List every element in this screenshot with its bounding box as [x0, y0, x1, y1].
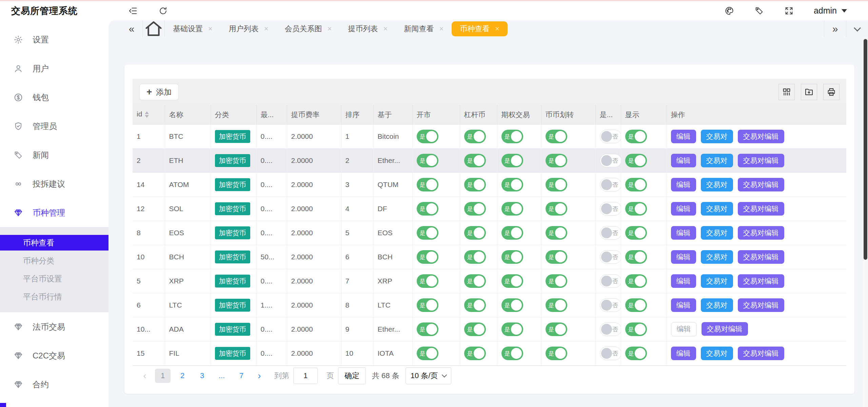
- sidebar-item[interactable]: 管理员: [0, 112, 108, 141]
- tag-icon[interactable]: [754, 6, 764, 16]
- toggle-switch-on[interactable]: 是: [625, 226, 647, 240]
- window-scrollbar[interactable]: [863, 37, 868, 407]
- tab-close-icon[interactable]: ×: [208, 24, 213, 33]
- toggle-switch-on[interactable]: 是: [464, 347, 486, 360]
- tab-close-icon[interactable]: ×: [264, 24, 269, 33]
- sidebar-item[interactable]: 设置: [0, 25, 108, 54]
- edit-button[interactable]: 编辑: [671, 347, 696, 360]
- edit-button[interactable]: 编辑: [671, 298, 696, 312]
- toggle-switch-on[interactable]: 是: [625, 202, 647, 216]
- toggle-switch-off[interactable]: 否: [600, 347, 621, 360]
- user-menu[interactable]: admin: [814, 6, 847, 16]
- toggle-switch-on[interactable]: 是: [625, 178, 647, 191]
- toggle-switch-on[interactable]: 是: [501, 347, 523, 360]
- home-tab-icon[interactable]: [143, 20, 164, 37]
- sidebar-item[interactable]: 合约: [0, 370, 108, 399]
- tabs-scroll-right-icon[interactable]: »: [824, 20, 846, 37]
- page-button[interactable]: 2: [175, 369, 190, 383]
- toggle-switch-on[interactable]: 是: [501, 226, 523, 240]
- toggle-switch-on[interactable]: 是: [417, 226, 438, 240]
- toggle-switch-on[interactable]: 是: [501, 154, 523, 167]
- column-header[interactable]: 币币划转: [541, 105, 595, 124]
- pairs-button[interactable]: 交易对: [701, 250, 733, 264]
- edit-button[interactable]: 编辑: [671, 274, 696, 288]
- pair-edit-button[interactable]: 交易对编辑: [738, 154, 784, 167]
- sidebar-item[interactable]: 法币交易: [0, 312, 108, 341]
- toggle-switch-on[interactable]: 是: [464, 130, 486, 143]
- toggle-switch-on[interactable]: 是: [546, 178, 567, 191]
- toggle-switch-on[interactable]: 是: [417, 130, 438, 143]
- pairs-button[interactable]: 交易对: [701, 298, 733, 312]
- sort-icon[interactable]: [145, 109, 149, 120]
- toggle-switch-on[interactable]: 是: [417, 250, 438, 264]
- sidebar-item[interactable]: 新闻: [0, 141, 108, 169]
- toggle-switch-on[interactable]: 是: [501, 202, 523, 216]
- edit-button[interactable]: 编辑: [671, 154, 696, 167]
- tab-item[interactable]: 会员关系图×: [277, 20, 340, 37]
- toggle-switch-off[interactable]: 否: [600, 274, 621, 288]
- sidebar-item[interactable]: 投拆建议: [0, 169, 108, 198]
- print-icon[interactable]: [823, 84, 840, 100]
- pairs-button[interactable]: 交易对: [701, 347, 733, 360]
- refresh-icon[interactable]: [158, 6, 168, 16]
- toggle-switch-on[interactable]: 是: [417, 274, 438, 288]
- tab-close-icon[interactable]: ×: [328, 24, 332, 33]
- toggle-switch-on[interactable]: 是: [417, 202, 438, 216]
- pairs-button[interactable]: 交易对: [701, 274, 733, 288]
- column-header[interactable]: 显示: [621, 105, 667, 124]
- toggle-switch-on[interactable]: 是: [625, 298, 647, 312]
- toggle-switch-on[interactable]: 是: [625, 250, 647, 264]
- pairs-button[interactable]: 交易对: [701, 226, 733, 240]
- toggle-switch-on[interactable]: 是: [464, 202, 486, 216]
- edit-button[interactable]: 编辑: [671, 250, 696, 264]
- pair-edit-button[interactable]: 交易对编辑: [738, 347, 784, 360]
- toggle-switch-on[interactable]: 是: [464, 178, 486, 191]
- column-header[interactable]: 操作: [667, 105, 846, 124]
- tab-close-icon[interactable]: ×: [495, 24, 499, 33]
- tabs-scroll-left-icon[interactable]: «: [121, 20, 142, 37]
- pair-edit-button[interactable]: 交易对编辑: [738, 202, 784, 216]
- tab-close-icon[interactable]: ×: [383, 24, 388, 33]
- tab-item[interactable]: 用户列表×: [221, 20, 277, 37]
- toggle-switch-on[interactable]: 是: [464, 250, 486, 264]
- toggle-switch-on[interactable]: 是: [546, 130, 567, 143]
- toggle-switch-on[interactable]: 是: [625, 347, 647, 360]
- toggle-switch-on[interactable]: 是: [546, 250, 567, 264]
- sidebar-subitem[interactable]: 币种分类: [0, 253, 108, 269]
- toggle-switch-off[interactable]: 否: [600, 250, 621, 264]
- column-header[interactable]: 排序: [341, 105, 373, 124]
- toggle-switch-on[interactable]: 是: [546, 274, 567, 288]
- next-page-icon[interactable]: ›: [253, 370, 265, 381]
- column-header[interactable]: 是...: [595, 105, 621, 124]
- tab-close-icon[interactable]: ×: [439, 24, 443, 33]
- toggle-switch-on[interactable]: 是: [501, 274, 523, 288]
- sidebar-item[interactable]: C2C交易: [0, 341, 108, 370]
- column-header[interactable]: 提币费率: [287, 105, 341, 124]
- column-header[interactable]: 名称: [165, 105, 211, 124]
- toggle-switch-off[interactable]: 否: [600, 154, 621, 167]
- export-icon[interactable]: [801, 84, 817, 100]
- pairs-button[interactable]: 交易对: [701, 154, 733, 167]
- sidebar-subitem[interactable]: 平台币设置: [0, 271, 108, 286]
- toggle-switch-on[interactable]: 是: [546, 298, 567, 312]
- sidebar-item[interactable]: 钱包: [0, 83, 108, 112]
- column-header[interactable]: 基于: [373, 105, 412, 124]
- tabs-more-icon[interactable]: [846, 20, 868, 37]
- pair-edit-button[interactable]: 交易对编辑: [738, 178, 784, 191]
- column-header[interactable]: 杠杆币: [460, 105, 497, 124]
- toggle-switch-off[interactable]: 否: [600, 178, 621, 191]
- palette-icon[interactable]: [724, 6, 734, 16]
- toggle-switch-on[interactable]: 是: [501, 130, 523, 143]
- toggle-switch-on[interactable]: 是: [546, 347, 567, 360]
- prev-page-icon[interactable]: ‹: [139, 370, 151, 381]
- sidebar-subitem[interactable]: 币种查看: [0, 235, 108, 251]
- collapse-sidebar-icon[interactable]: [128, 6, 138, 16]
- edit-button[interactable]: 编辑: [671, 178, 696, 191]
- toggle-switch-on[interactable]: 是: [417, 298, 438, 312]
- pair-edit-button[interactable]: 交易对编辑: [738, 250, 784, 264]
- tab-item[interactable]: 提币列表×: [340, 20, 396, 37]
- toggle-switch-off[interactable]: 否: [600, 130, 621, 143]
- edit-button[interactable]: 编辑: [671, 130, 696, 143]
- pairs-button[interactable]: 交易对: [701, 202, 733, 216]
- toggle-switch-on[interactable]: 是: [546, 202, 567, 216]
